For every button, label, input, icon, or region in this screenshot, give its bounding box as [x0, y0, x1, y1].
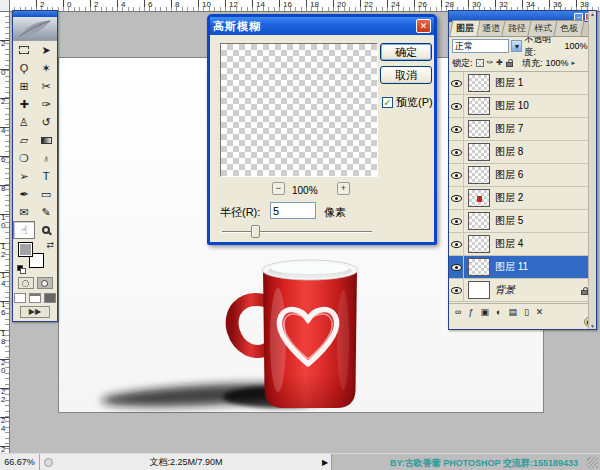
crop-tool[interactable]: ⊞: [13, 77, 35, 95]
eraser-tool[interactable]: ▱: [13, 131, 35, 149]
brush-tool[interactable]: ✑: [35, 95, 57, 113]
position-lock-icon[interactable]: ✚: [496, 58, 503, 68]
opacity-value[interactable]: 100%: [564, 41, 587, 51]
visibility-eye-icon[interactable]: [451, 195, 462, 202]
visibility-eye-icon[interactable]: [451, 103, 462, 110]
eyedropper-tool[interactable]: ✎: [35, 203, 57, 221]
layer-thumbnail[interactable]: [468, 120, 490, 138]
blur-preview-area[interactable]: [220, 43, 378, 177]
visibility-eye-icon[interactable]: [451, 241, 462, 248]
fill-arrow-icon[interactable]: ▸: [571, 59, 575, 67]
visibility-eye-icon[interactable]: [451, 80, 462, 87]
hand-tool[interactable]: ☝: [13, 221, 35, 239]
pen-tool[interactable]: ✒: [13, 185, 35, 203]
quick-mask-mode-button[interactable]: [37, 277, 53, 289]
status-expand-icon[interactable]: ▶: [319, 458, 331, 467]
notes-tool[interactable]: ✉: [13, 203, 35, 221]
layer-style-icon[interactable]: ƒ: [468, 305, 473, 319]
visibility-eye-icon[interactable]: [451, 264, 462, 271]
radius-slider-thumb[interactable]: [251, 225, 260, 238]
ruler-number: 20: [1, 359, 9, 375]
history-brush-tool[interactable]: ↺: [35, 113, 57, 131]
close-icon[interactable]: ✕: [416, 19, 431, 33]
visibility-eye-icon[interactable]: [451, 126, 462, 133]
layer-thumbnail[interactable]: [468, 189, 490, 207]
type-tool[interactable]: T: [35, 167, 57, 185]
move-tool[interactable]: ➤: [35, 41, 57, 59]
layer-name: 图层 5: [495, 214, 523, 228]
layer-thumbnail[interactable]: [468, 212, 490, 230]
preview-zoom-out-button[interactable]: −: [272, 182, 285, 195]
visibility-eye-icon[interactable]: [451, 218, 462, 225]
图层 4[interactable]: 图层 4: [449, 233, 596, 256]
preview-zoom-in-button[interactable]: +: [337, 182, 350, 195]
图层 10[interactable]: 图层 10: [449, 95, 596, 118]
panel-tab[interactable]: 色板: [553, 20, 584, 36]
radius-input[interactable]: [270, 202, 316, 219]
delete-layer-icon[interactable]: ✕: [536, 305, 544, 319]
cancel-button[interactable]: 取消: [380, 66, 432, 84]
图层 11[interactable]: 图层 11: [449, 256, 596, 279]
transparent-pixels-lock-icon[interactable]: [476, 59, 484, 67]
chevron-down-icon[interactable]: ▼: [511, 40, 522, 52]
layer-thumbnail[interactable]: [468, 166, 490, 184]
layer-mask-icon[interactable]: ▣: [480, 305, 489, 319]
图层 5[interactable]: 图层 5: [449, 210, 596, 233]
adjustment-layer-icon[interactable]: ◐: [496, 305, 501, 319]
fill-value[interactable]: 100%: [545, 58, 568, 68]
scroll-up-icon[interactable]: ▲: [589, 11, 596, 17]
layer-thumbnail[interactable]: [468, 258, 490, 276]
图层 8[interactable]: 图层 8: [449, 141, 596, 164]
layers-scrollbar[interactable]: ▲ ▼: [588, 11, 596, 329]
standard-mode-button[interactable]: [18, 277, 34, 289]
radius-slider-track[interactable]: [222, 231, 372, 233]
layer-thumbnail[interactable]: [468, 235, 490, 253]
new-layer-icon[interactable]: ▯: [524, 305, 529, 319]
图层 6[interactable]: 图层 6: [449, 164, 596, 187]
path-selection-tool[interactable]: ➢: [13, 167, 35, 185]
visibility-eye-icon[interactable]: [451, 172, 462, 179]
zoom-tool[interactable]: [35, 221, 57, 239]
ok-button[interactable]: 确定: [380, 43, 432, 61]
clone-stamp-tool[interactable]: ♙: [13, 113, 35, 131]
default-colors-icon[interactable]: [17, 265, 27, 273]
lasso-tool[interactable]: Ϙ: [13, 59, 35, 77]
scroll-down-icon[interactable]: ▼: [589, 323, 596, 329]
lock-all-icon[interactable]: [506, 62, 513, 67]
rectangular-marquee-tool[interactable]: [13, 41, 35, 59]
fullscreen-button[interactable]: [44, 293, 56, 303]
visibility-eye-icon[interactable]: [451, 149, 462, 156]
layer-thumbnail[interactable]: [468, 143, 490, 161]
图层 1[interactable]: 图层 1: [449, 72, 596, 95]
blend-mode-select[interactable]: 正常: [452, 39, 509, 53]
dialog-titlebar[interactable]: 高斯模糊 ✕: [210, 17, 434, 35]
link-layers-icon[interactable]: ∞: [455, 305, 461, 319]
图层 7[interactable]: 图层 7: [449, 118, 596, 141]
magic-wand-tool[interactable]: ✶: [35, 59, 57, 77]
dodge-tool[interactable]: ♁: [35, 149, 57, 167]
fullscreen-menubar-button[interactable]: [29, 293, 41, 303]
resize-grip[interactable]: [587, 457, 598, 468]
preview-checkbox[interactable]: ✓: [382, 97, 393, 108]
layer-group-icon[interactable]: ▤: [508, 305, 517, 319]
lock-label: 锁定:: [452, 57, 473, 70]
layer-thumbnail[interactable]: [468, 74, 490, 92]
shape-tool[interactable]: ▭: [35, 185, 57, 203]
standard-screen-button[interactable]: [14, 293, 26, 303]
visibility-eye-icon[interactable]: [451, 287, 462, 294]
ruler-number: 0: [67, 1, 71, 9]
gradient-tool[interactable]: [35, 131, 57, 149]
image-pixels-lock-icon[interactable]: ✑: [487, 58, 494, 68]
foreground-color-swatch[interactable]: [18, 242, 33, 257]
layer-thumbnail[interactable]: [468, 281, 490, 299]
背景[interactable]: 背景: [449, 279, 596, 302]
healing-brush-tool[interactable]: ✚: [13, 95, 35, 113]
jump-to-imageready-button[interactable]: ▶▶: [20, 306, 50, 318]
图层 2[interactable]: 图层 2: [449, 187, 596, 210]
zoom-level-field[interactable]: 66.67%: [0, 454, 40, 470]
layer-thumbnail[interactable]: [468, 97, 490, 115]
panel-tab[interactable]: 图层: [449, 20, 480, 36]
swap-colors-icon[interactable]: ⇄: [46, 240, 54, 250]
blur-tool[interactable]: ❍: [13, 149, 35, 167]
slice-tool[interactable]: ✂: [35, 77, 57, 95]
